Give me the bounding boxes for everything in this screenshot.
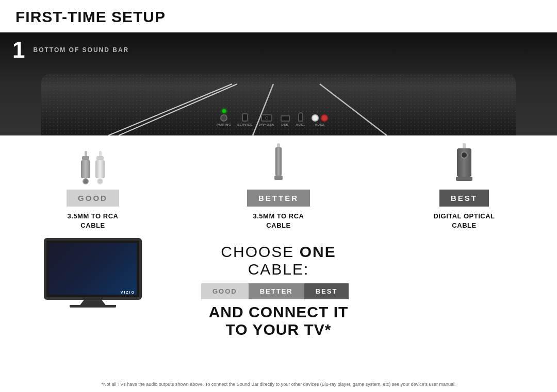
footnote-area: *Not all TVs have the audio outputs show… — [0, 381, 557, 388]
best-cable-label: DIGITAL OPTICAL CABLE — [434, 212, 495, 230]
page-header: FIRST-TIME SETUP — [0, 0, 557, 32]
dc-label: 24V⎓2.5A — [259, 123, 274, 126]
page-title: FIRST-TIME SETUP — [15, 8, 542, 26]
better-badge: BETTER — [247, 190, 310, 207]
quality-bar: GOOD BETTER BEST — [201, 283, 356, 299]
grille-texture — [41, 74, 516, 135]
ports-row: PAIRING SERVICE 24V⎓2.5A USB — [217, 109, 328, 126]
pairing-label: PAIRING — [217, 123, 231, 126]
step-indicator: 1 BOTTOM OF SOUND BAR — [12, 39, 129, 61]
better-cable-label: 3.5MM TO RCA CABLE — [253, 212, 304, 230]
one-text: ONE — [300, 243, 336, 260]
tv-body: VIZIO — [44, 238, 142, 300]
dc-port: 24V⎓2.5A — [259, 114, 274, 126]
aux1-port: AUX1 — [296, 112, 305, 126]
pairing-port: PAIRING — [217, 109, 231, 126]
best-col: BEST DIGITAL OPTICAL CABLE — [397, 143, 531, 230]
better-col: BETTER 3.5MM TO RCA CABLE CHOOSE ONE CAB… — [201, 143, 356, 338]
aux2-port: AUX2 — [312, 114, 328, 126]
aux2-rca-group — [312, 114, 328, 122]
soundbar-section: 1 BOTTOM OF SOUND BAR PAIRING SERVICE — [0, 32, 557, 135]
usb-label: USB — [281, 123, 288, 126]
aux2-label: AUX2 — [315, 123, 324, 126]
tv-illustration: VIZIO — [44, 238, 142, 308]
aux1-label: AUX1 — [296, 123, 305, 126]
rca-connector-left — [81, 151, 90, 184]
choose-cable-heading: CHOOSE ONE CABLE: — [201, 243, 356, 278]
vizio-logo: VIZIO — [121, 291, 135, 294]
mm35-connector — [274, 143, 283, 184]
rca-connector-right — [95, 151, 105, 184]
pairing-button — [220, 114, 227, 122]
usb-port: USB — [281, 115, 290, 126]
service-jack — [242, 113, 248, 122]
led-indicator — [222, 109, 226, 113]
service-port: SERVICE — [237, 113, 253, 126]
tv-base — [70, 305, 116, 308]
step-number: 1 — [12, 39, 25, 61]
choose-cable-section: CHOOSE ONE CABLE: GOOD BETTER BEST AND C… — [201, 243, 356, 338]
rca-connectors — [81, 143, 105, 184]
dc-jack — [261, 114, 272, 122]
usb-jack — [281, 115, 290, 122]
step-text: BOTTOM OF SOUND BAR — [33, 46, 129, 54]
tv-stand — [80, 300, 106, 305]
quality-bar-better: BETTER — [249, 283, 304, 299]
good-badge: GOOD — [67, 190, 119, 207]
aux2-rca-red — [321, 114, 328, 122]
good-col: GOOD 3.5MM TO RCA CABLE VIZIO — [26, 143, 160, 308]
main-content: GOOD 3.5MM TO RCA CABLE VIZIO BETTER — [0, 135, 557, 336]
quality-bar-good: GOOD — [201, 283, 249, 299]
connect-tv-text: AND CONNECT IT TO YOUR TV* — [201, 303, 356, 338]
aux1-jack — [298, 112, 303, 122]
aux2-rca-white — [312, 114, 319, 122]
quality-bar-best: BEST — [304, 283, 349, 299]
tv-screen — [49, 243, 137, 295]
footnote-text: *Not all TVs have the audio outputs show… — [15, 381, 542, 388]
best-badge: BEST — [439, 190, 489, 207]
soundbar-body: PAIRING SERVICE 24V⎓2.5A USB — [41, 74, 516, 135]
service-label: SERVICE — [237, 123, 253, 126]
good-cable-label: 3.5MM TO RCA CABLE — [68, 212, 119, 230]
optical-connector — [456, 143, 472, 184]
